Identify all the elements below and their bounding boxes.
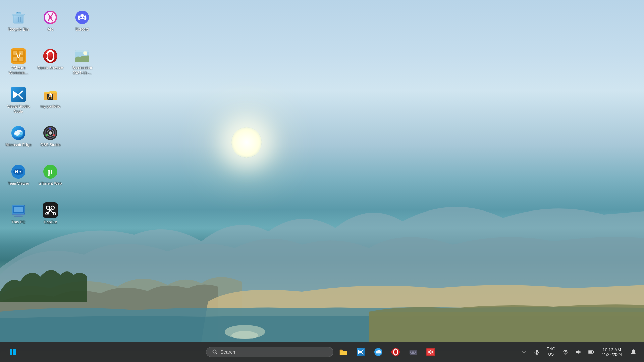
taskbar-right: ENG US — [519, 346, 639, 358]
svg-rect-20 — [19, 57, 23, 61]
utorrent-label: uTorrent Web — [39, 181, 62, 186]
desktop-icon-screenshot[interactable]: Screenshot 2024-11-... — [67, 45, 97, 82]
desktop-icon-teamviewer[interactable]: TeamViewer — [3, 161, 34, 198]
vscode-label: Visual Studio Code — [5, 104, 32, 114]
desktop-icon-obs[interactable]: OBS Studio — [35, 122, 65, 159]
capcut-icon — [42, 202, 58, 218]
svg-point-92 — [430, 352, 431, 353]
svg-rect-54 — [12, 214, 25, 215]
discord-icon — [74, 9, 90, 25]
clock-date: 11/22/2024 — [602, 352, 622, 357]
svg-rect-66 — [10, 352, 12, 355]
svg-line-69 — [216, 353, 217, 354]
svg-rect-56 — [14, 216, 23, 217]
svg-point-96 — [565, 354, 566, 355]
taskbar-center: Search — [206, 345, 438, 359]
language-text: ENG US — [547, 347, 555, 357]
svg-rect-25 — [54, 54, 57, 58]
svg-rect-29 — [75, 50, 89, 52]
svg-rect-70 — [340, 351, 347, 355]
screenshot-icon — [74, 48, 90, 64]
portfolio-label: my portfolio — [40, 104, 60, 109]
desktop: Recycle Bin Arc — [0, 0, 644, 342]
svg-rect-19 — [13, 57, 17, 61]
desktop-icon-utorrent[interactable]: μ uTorrent Web — [35, 161, 65, 198]
search-bar[interactable]: Search — [206, 347, 333, 357]
svg-rect-36 — [48, 97, 49, 99]
svg-point-43 — [49, 128, 51, 130]
this-pc-icon — [10, 202, 26, 218]
clock-time: 10:13 AM — [603, 347, 621, 352]
recycle-bin-label: Recycle Bin — [8, 27, 29, 32]
desktop-icon-capcut[interactable]: CapCut — [35, 199, 65, 236]
taskbar-vscode[interactable] — [354, 345, 368, 359]
svg-rect-83 — [412, 352, 413, 353]
desktop-icon-opera[interactable]: Opera Browser — [35, 45, 65, 82]
svg-point-13 — [83, 17, 85, 18]
svg-rect-98 — [593, 351, 594, 353]
notification-button[interactable] — [628, 347, 639, 357]
desktop-icon-discord[interactable]: Discord — [67, 7, 97, 44]
discord-label: Discord — [76, 27, 89, 32]
taskbar-snipping-tool[interactable] — [423, 345, 438, 359]
volume-button[interactable] — [574, 347, 583, 357]
svg-rect-84 — [413, 352, 414, 353]
clock[interactable]: 10:13 AM 11/22/2024 — [599, 347, 625, 358]
svg-rect-78 — [410, 351, 411, 352]
taskbar-edge[interactable] — [371, 345, 386, 359]
taskbar: Search — [0, 342, 644, 362]
language-indicator[interactable]: ENG US — [545, 346, 557, 358]
search-icon — [212, 349, 218, 355]
desktop-icon-vmware[interactable]: V VMware Workstati... — [3, 45, 34, 82]
arc-label: Arc — [47, 27, 53, 32]
svg-rect-75 — [391, 351, 393, 353]
utorrent-icon: μ — [42, 164, 58, 180]
svg-rect-17 — [13, 51, 17, 55]
screenshot-label: Screenshot 2024-11-... — [68, 65, 96, 75]
svg-point-33 — [49, 95, 50, 96]
svg-point-44 — [53, 134, 55, 136]
svg-rect-37 — [51, 97, 52, 99]
vscode-icon — [10, 86, 26, 103]
wifi-button[interactable] — [561, 347, 570, 357]
svg-rect-5 — [12, 14, 25, 15]
search-label: Search — [220, 349, 235, 355]
svg-rect-93 — [536, 350, 538, 353]
svg-rect-67 — [13, 352, 16, 355]
opera-label: Opera Browser — [37, 65, 63, 70]
desktop-icon-ms-edge[interactable]: Microsoft Edge — [3, 122, 34, 159]
taskbar-opera[interactable] — [388, 345, 403, 359]
desktop-icon-portfolio[interactable]: my portfolio — [35, 84, 65, 121]
show-hidden-icons-button[interactable] — [519, 347, 529, 357]
taskbar-keyboard[interactable] — [406, 345, 421, 359]
ms-edge-icon — [10, 125, 26, 141]
svg-text:μ: μ — [48, 167, 53, 176]
svg-rect-80 — [413, 351, 414, 352]
desktop-icon-vscode[interactable]: Visual Studio Code — [3, 84, 34, 121]
desktop-icon-this-pc[interactable]: This PC — [3, 199, 34, 236]
svg-rect-24 — [44, 54, 47, 58]
ms-edge-label: Microsoft Edge — [6, 142, 32, 147]
this-pc-label: This PC — [12, 220, 25, 225]
svg-rect-64 — [10, 349, 12, 352]
svg-rect-65 — [13, 349, 16, 352]
desktop-icon-arc[interactable]: Arc — [35, 7, 65, 44]
svg-rect-76 — [398, 351, 400, 353]
teamviewer-label: TeamViewer — [8, 181, 29, 186]
teamviewer-icon — [10, 164, 26, 180]
microphone-button[interactable] — [532, 347, 541, 357]
start-button[interactable] — [5, 345, 20, 359]
svg-point-45 — [46, 134, 48, 136]
capcut-label: CapCut — [44, 220, 57, 225]
svg-rect-81 — [415, 351, 416, 352]
recycle-bin-icon — [10, 9, 26, 25]
svg-point-42 — [49, 131, 52, 135]
obs-label: OBS Studio — [40, 142, 60, 147]
svg-rect-99 — [589, 351, 592, 353]
taskbar-file-explorer[interactable] — [336, 345, 351, 359]
obs-icon — [42, 125, 58, 141]
desktop-icon-recycle-bin[interactable]: Recycle Bin — [3, 7, 34, 44]
battery-button[interactable] — [586, 347, 596, 357]
opera-icon — [42, 48, 58, 64]
vmware-icon: V — [10, 48, 26, 64]
